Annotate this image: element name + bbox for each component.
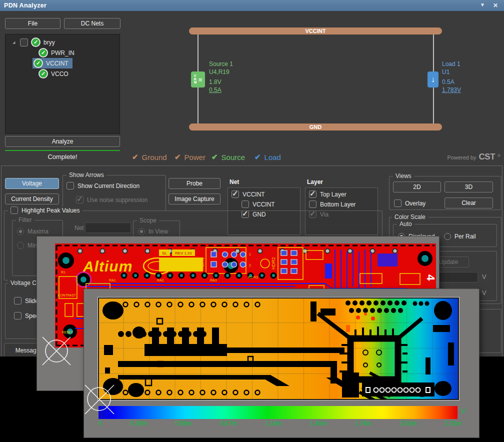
tree-item-vcco[interactable]: ✓ VCCO bbox=[6, 68, 120, 79]
silk-ra2: RA2 bbox=[157, 278, 164, 282]
layer-checkbox[interactable] bbox=[309, 200, 316, 208]
load-name: Load 1 bbox=[442, 60, 460, 68]
tick-label: 1.45m bbox=[310, 420, 326, 427]
check-icon: ✔ bbox=[132, 152, 138, 162]
tick-label: 2.32m bbox=[445, 420, 462, 427]
load-current[interactable]: 0.5A bbox=[442, 78, 454, 86]
layer-label: Top Layer bbox=[320, 191, 346, 198]
noise-suppression-checkbox bbox=[76, 196, 84, 204]
show-current-direction-row[interactable]: Show Current Direction bbox=[66, 182, 140, 190]
check-icon: ✓ bbox=[34, 58, 43, 68]
tree-item-label: VCCINT bbox=[46, 60, 68, 67]
dc-nets-button[interactable]: DC Nets bbox=[64, 18, 120, 29]
maxima-radio-row: Maxima bbox=[17, 228, 48, 235]
titlebar[interactable]: PDN Analyzer ▼ ✕ bbox=[0, 0, 504, 11]
layer-item-top[interactable]: Top Layer bbox=[309, 190, 346, 198]
net-item-vccint-child[interactable]: VCCINT bbox=[242, 200, 275, 208]
per-rail-radio-row[interactable]: Per Rail bbox=[444, 233, 476, 240]
auto-title: Auto bbox=[397, 220, 414, 228]
overlay-row[interactable]: Overlay bbox=[394, 200, 426, 207]
silk-ra1: RA1 bbox=[109, 278, 116, 282]
load-voltage[interactable]: 1.783V bbox=[442, 86, 461, 94]
net-checkbox[interactable] bbox=[232, 190, 239, 198]
tree-item-pwr-in[interactable]: ✓ PWR_IN bbox=[6, 48, 120, 58]
legend-label: Ground bbox=[142, 153, 167, 162]
maxima-radio bbox=[17, 228, 24, 235]
view-3d-button[interactable]: 3D bbox=[444, 182, 493, 192]
check-icon: ✔ bbox=[212, 152, 218, 162]
tick-label: 2.03m bbox=[400, 420, 416, 427]
silk-ra3: RA3 bbox=[210, 278, 217, 282]
down-arrow-icon: ↓ bbox=[431, 75, 435, 84]
layer-checkbox[interactable] bbox=[309, 190, 316, 198]
specific-values-checkbox[interactable] bbox=[14, 312, 22, 320]
tree-item-root[interactable]: ◢ ✓ bryy bbox=[6, 37, 120, 48]
tick-label: 1.16m bbox=[265, 420, 282, 427]
legend-label: Load bbox=[264, 153, 281, 162]
clear-button[interactable]: Clear bbox=[444, 198, 493, 208]
root-checkbox[interactable] bbox=[20, 38, 28, 46]
cst-branding: Powered by CST ® bbox=[448, 152, 501, 162]
net-checkbox[interactable] bbox=[242, 200, 249, 208]
legend-ground: ✔ Ground bbox=[132, 152, 167, 162]
file-button[interactable]: File bbox=[5, 18, 60, 29]
check-icon: ✔ bbox=[174, 152, 181, 162]
heatmap-window[interactable]: V 0 0.29m 0.58m 0.87m 1.16m 1.45m 1.74m … bbox=[84, 289, 479, 438]
menu-icon: ≡ bbox=[198, 76, 202, 84]
silk-reset: RESET bbox=[62, 330, 73, 334]
rail-vccint[interactable]: VCCINT bbox=[189, 28, 442, 34]
noise-suppression-row: Use noise suppression bbox=[76, 196, 148, 204]
layer-item-bottom[interactable]: Bottom Layer bbox=[309, 200, 356, 208]
image-capture-button[interactable]: Image Capture bbox=[168, 194, 220, 204]
altium-logo-text: Altium bbox=[82, 258, 132, 274]
minima-radio bbox=[17, 242, 24, 249]
probe-button[interactable]: Probe bbox=[168, 178, 220, 189]
rail-gnd[interactable]: GND bbox=[189, 124, 442, 130]
close-icon[interactable]: ✕ bbox=[493, 2, 498, 9]
heatmap-graphic[interactable] bbox=[98, 298, 459, 400]
overlay-checkbox[interactable] bbox=[394, 200, 402, 207]
dropdown-icon[interactable]: ▼ bbox=[480, 2, 485, 9]
layer-group-title: Layer bbox=[307, 178, 323, 186]
tick-label: 0.58m bbox=[175, 420, 192, 427]
load-icon[interactable]: ↓ bbox=[428, 72, 438, 88]
silk-contrast: CONTRAST bbox=[58, 294, 76, 297]
tree-item-label: VCCO bbox=[51, 70, 68, 78]
views-title: Views bbox=[393, 172, 414, 180]
checkbox-label: Use noise suppression bbox=[87, 196, 148, 204]
radio-label: Maxima bbox=[28, 228, 48, 235]
vrm-source-icon[interactable]: VRM ≡ bbox=[191, 72, 205, 88]
color-scale-ticks: 0 0.29m 0.58m 0.87m 1.16m 1.45m 1.74m 2.… bbox=[98, 420, 462, 427]
highlight-peak-checkbox[interactable] bbox=[10, 206, 18, 214]
hl-net-field[interactable] bbox=[85, 222, 131, 233]
analyze-button[interactable]: Analyze bbox=[5, 136, 120, 147]
scale-unit-label: V bbox=[461, 407, 466, 414]
tree-root-label: bryy bbox=[44, 39, 55, 46]
hdr2-label: HDR2 bbox=[271, 257, 276, 270]
highlight-peak-row[interactable]: Highlight Peak Values bbox=[8, 206, 82, 214]
expander-icon[interactable]: ◢ bbox=[12, 40, 17, 44]
source-name: Source 1 bbox=[209, 60, 233, 68]
heatmap-board[interactable] bbox=[98, 298, 459, 400]
checkbox-label: Overlay bbox=[405, 200, 426, 207]
tree-item-vccint[interactable]: ✓ VCCINT bbox=[6, 58, 120, 68]
tick-label: 1.74m bbox=[355, 420, 372, 427]
tick-label: 0.87m bbox=[220, 420, 236, 427]
per-rail-radio[interactable] bbox=[444, 233, 451, 240]
current-density-mode-button[interactable]: Current Density bbox=[5, 194, 59, 204]
badge-sl: SL bbox=[162, 251, 167, 256]
source-voltage[interactable]: 1.8V bbox=[209, 78, 222, 86]
load-designators: U1 bbox=[442, 68, 450, 76]
source-current[interactable]: 0.5A bbox=[209, 86, 222, 94]
view-2d-button[interactable]: 2D bbox=[393, 182, 441, 192]
voltage-mode-button[interactable]: Voltage bbox=[5, 178, 59, 189]
show-current-direction-checkbox[interactable] bbox=[66, 182, 74, 190]
silk-big-number: 4 bbox=[424, 274, 436, 281]
check-icon: ✓ bbox=[31, 38, 40, 47]
slider-checkbox[interactable] bbox=[14, 297, 22, 304]
net-item-vccint[interactable]: VCCINT bbox=[232, 190, 265, 198]
source-designators: U4,R19 bbox=[209, 68, 230, 76]
registered-mark: ® bbox=[498, 154, 500, 158]
slider-row[interactable]: Slider bbox=[14, 297, 40, 304]
color-scale-title: Color Scale bbox=[392, 214, 428, 220]
